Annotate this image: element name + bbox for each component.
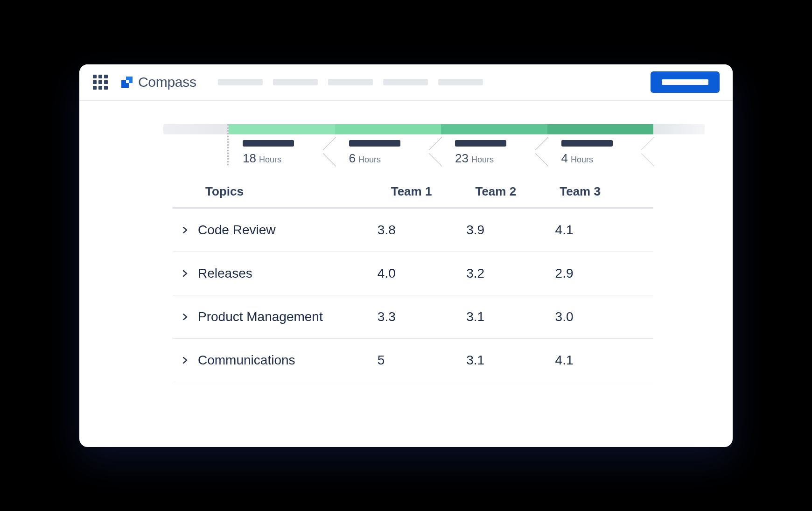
step-value: 18 bbox=[243, 151, 256, 166]
table-row[interactable]: Code Review 3.8 3.9 4.1 bbox=[173, 209, 653, 252]
cell-team1: 5 bbox=[378, 353, 466, 368]
step-value: 4 bbox=[561, 151, 568, 166]
app-window: Compass bbox=[79, 64, 733, 447]
cell-team2: 3.1 bbox=[466, 353, 555, 368]
nav-item[interactable] bbox=[218, 79, 263, 85]
timeline-segment bbox=[547, 124, 654, 134]
step-unit: Hours bbox=[259, 155, 281, 165]
step-title-placeholder bbox=[561, 140, 613, 147]
timeline-segment bbox=[229, 124, 335, 134]
timeline-step[interactable]: 4 Hours bbox=[547, 137, 654, 166]
timeline-segment bbox=[335, 124, 441, 134]
nav-item[interactable] bbox=[328, 79, 373, 85]
col-team2: Team 2 bbox=[475, 184, 560, 199]
nav-items bbox=[218, 79, 483, 85]
nav-item[interactable] bbox=[438, 79, 483, 85]
cell-team1: 3.8 bbox=[378, 223, 466, 238]
svg-rect-2 bbox=[126, 80, 129, 83]
timeline-step[interactable]: 18 Hours bbox=[229, 137, 335, 166]
chevron-right-icon[interactable] bbox=[182, 270, 189, 277]
chevron-right-icon[interactable] bbox=[182, 357, 189, 364]
cell-team3: 3.0 bbox=[555, 309, 644, 324]
nav-item[interactable] bbox=[383, 79, 428, 85]
cell-team1: 4.0 bbox=[378, 266, 466, 281]
step-value: 6 bbox=[349, 151, 356, 166]
topic-name: Releases bbox=[198, 266, 252, 281]
timeline-lead bbox=[163, 124, 229, 134]
timeline-tail bbox=[653, 124, 705, 134]
timeline-track bbox=[163, 124, 705, 134]
col-team1: Team 1 bbox=[391, 184, 476, 199]
chevron-right-icon[interactable] bbox=[182, 227, 189, 233]
step-title-placeholder bbox=[243, 140, 294, 147]
table-row[interactable]: Communications 5 3.1 4.1 bbox=[173, 339, 653, 382]
app-switcher-icon[interactable] bbox=[92, 74, 108, 90]
timeline-step[interactable]: 23 Hours bbox=[441, 137, 547, 166]
timeline-segment bbox=[441, 124, 547, 134]
table-header: Topics Team 1 Team 2 Team 3 bbox=[173, 184, 653, 209]
table-row[interactable]: Releases 4.0 3.2 2.9 bbox=[173, 252, 653, 295]
top-nav: Compass bbox=[79, 64, 733, 101]
topic-name: Code Review bbox=[198, 223, 276, 238]
brand-name: Compass bbox=[138, 74, 196, 90]
topic-name: Product Management bbox=[198, 309, 323, 324]
timeline-step[interactable]: 6 Hours bbox=[335, 137, 441, 166]
cell-team2: 3.9 bbox=[466, 223, 555, 238]
cell-team3: 2.9 bbox=[555, 266, 644, 281]
step-value: 23 bbox=[455, 151, 469, 166]
brand[interactable]: Compass bbox=[120, 74, 196, 90]
nav-item[interactable] bbox=[273, 79, 318, 85]
step-title-placeholder bbox=[455, 140, 506, 147]
topics-table: Topics Team 1 Team 2 Team 3 Code Review … bbox=[173, 184, 653, 382]
button-label-placeholder bbox=[662, 79, 708, 85]
step-unit: Hours bbox=[571, 155, 593, 165]
timeline: 18 Hours 6 Hours 23 Hours bbox=[163, 124, 705, 166]
topic-name: Communications bbox=[198, 353, 295, 368]
step-unit: Hours bbox=[358, 155, 381, 165]
primary-action-button[interactable] bbox=[651, 71, 720, 93]
cell-team3: 4.1 bbox=[555, 223, 644, 238]
chevron-right-icon[interactable] bbox=[182, 314, 189, 320]
col-team3: Team 3 bbox=[560, 184, 644, 199]
cell-team1: 3.3 bbox=[378, 309, 466, 324]
cell-team3: 4.1 bbox=[555, 353, 644, 368]
cell-team2: 3.2 bbox=[466, 266, 555, 281]
cell-team2: 3.1 bbox=[466, 309, 555, 324]
compass-logo-icon bbox=[120, 76, 133, 89]
step-unit: Hours bbox=[471, 155, 494, 165]
table-row[interactable]: Product Management 3.3 3.1 3.0 bbox=[173, 295, 653, 339]
col-topics: Topics bbox=[205, 184, 391, 199]
step-title-placeholder bbox=[349, 140, 400, 147]
main-content: 18 Hours 6 Hours 23 Hours bbox=[79, 101, 733, 447]
